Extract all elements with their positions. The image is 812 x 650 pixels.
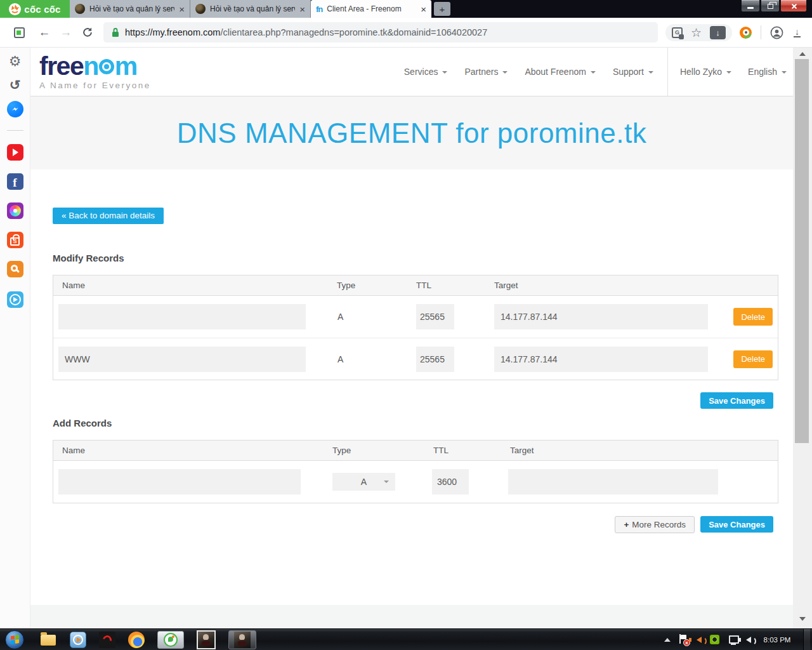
taskbar-clock[interactable]: 8:03 PM <box>759 636 795 644</box>
more-records-button[interactable]: +More Records <box>615 516 695 533</box>
new-record-target-input[interactable] <box>508 469 718 494</box>
close-icon <box>790 3 797 10</box>
record-target-input[interactable] <box>494 347 708 372</box>
delete-record-button[interactable]: Delete <box>733 308 773 326</box>
restore-button[interactable] <box>761 0 780 12</box>
nvidia-icon[interactable] <box>710 635 719 644</box>
bookmark-star-icon[interactable]: ☆ <box>691 27 702 39</box>
tab-close-icon[interactable]: × <box>421 4 426 14</box>
start-button[interactable] <box>5 630 24 649</box>
taskbar-game-icon-2[interactable] <box>228 630 256 649</box>
new-tab-button[interactable]: + <box>434 2 450 16</box>
forum-favicon <box>195 4 206 14</box>
taskbar-coccoc-active[interactable] <box>157 631 184 649</box>
chevron-down-icon <box>726 71 731 74</box>
reload-button[interactable] <box>77 27 98 38</box>
taskbar-explorer-icon[interactable] <box>41 632 57 648</box>
url-text: https://my.freenom.com/clientarea.php?ma… <box>125 27 487 37</box>
language-menu[interactable]: English <box>748 67 787 77</box>
col-name: Name <box>62 281 337 290</box>
table-header: Name Type TTL Target <box>53 441 778 461</box>
freenom-page: freenm A Name for Everyone Services Part… <box>30 48 793 628</box>
table-row: A <box>53 461 778 503</box>
hero-banner: DNS MANAGEMENT for poromine.tk <box>30 96 793 169</box>
nav-services[interactable]: Services <box>404 67 448 77</box>
modify-records-table: Name Type TTL Target A Delete A <box>53 275 778 380</box>
sidebar-toggle-icon[interactable] <box>14 27 25 38</box>
window-controls <box>740 0 807 12</box>
new-record-name-input[interactable] <box>58 469 301 494</box>
youtube-icon[interactable] <box>7 144 23 161</box>
user-menu[interactable]: Hello Zyko <box>680 67 731 77</box>
table-row: A Delete <box>53 338 778 380</box>
save-changes-button[interactable]: Save Changes <box>700 516 773 533</box>
record-ttl-input[interactable] <box>416 304 454 329</box>
padlock-icon <box>112 27 119 37</box>
new-record-ttl-input[interactable] <box>432 469 469 494</box>
volume-icon[interactable] <box>746 637 751 643</box>
tab-forum-1[interactable]: Hỏi về tạo và quản lý serv × <box>70 0 190 18</box>
record-name-input[interactable] <box>58 304 306 329</box>
delete-record-button[interactable]: Delete <box>733 350 773 368</box>
nav-partners[interactable]: Partners <box>464 67 508 77</box>
forward-nav-button[interactable]: → <box>55 25 77 39</box>
nav-support[interactable]: Support <box>613 67 653 77</box>
tab-title: Hỏi về tạo và quản lý serv <box>89 4 174 13</box>
add-records-table: Name Type TTL Target A <box>53 440 778 503</box>
col-ttl: TTL <box>433 446 510 455</box>
taskbar-media-player-icon[interactable] <box>70 632 86 648</box>
network-icon[interactable] <box>728 635 738 645</box>
minimize-button[interactable] <box>741 0 760 12</box>
profile-avatar-icon[interactable] <box>770 26 783 39</box>
scrollbar-up-arrow[interactable] <box>799 52 806 56</box>
settings-gear-icon[interactable]: ⚙ <box>9 55 22 69</box>
coccoc-brand[interactable]: cốc cốc <box>0 0 70 18</box>
search-icon[interactable] <box>7 261 23 277</box>
tab-forum-2[interactable]: Hỏi về tạo và quản lý serv × <box>190 0 311 18</box>
downloads-icon[interactable]: ↓ <box>794 28 801 37</box>
tab-freenom-active[interactable]: fn Client Area - Freenom × <box>311 0 431 18</box>
plus-icon: + <box>624 520 629 529</box>
taskbar-firefox-icon[interactable] <box>128 632 145 648</box>
browser-tab-bar: cốc cốc Hỏi về tạo và quản lý serv × Hỏi… <box>0 0 812 18</box>
scrollbar-down-arrow[interactable] <box>799 617 806 621</box>
back-to-domain-button[interactable]: « Back to domain details <box>53 208 164 224</box>
translate-icon[interactable]: G <box>672 27 683 38</box>
extension-icon[interactable] <box>740 27 752 39</box>
record-type-value: A <box>306 312 416 322</box>
record-target-input[interactable] <box>494 304 708 329</box>
record-type-select[interactable]: A <box>332 473 395 491</box>
tab-close-icon[interactable]: × <box>299 4 305 14</box>
history-icon[interactable]: ↺ <box>10 78 21 91</box>
table-row: A Delete <box>53 296 778 338</box>
hidden-icons-arrow[interactable] <box>664 638 671 642</box>
chevron-down-icon <box>442 71 447 74</box>
chevron-down-icon <box>591 71 596 74</box>
freenom-logo[interactable]: freenm A Name for Everyone <box>39 53 151 90</box>
music-disc-icon[interactable] <box>7 202 23 219</box>
taskbar-garena-icon[interactable] <box>99 632 115 648</box>
show-desktop-button[interactable] <box>803 629 810 650</box>
facebook-icon[interactable]: f <box>7 173 23 190</box>
tab-close-icon[interactable]: × <box>179 4 185 14</box>
action-center-flag-icon[interactable]: x <box>679 634 688 645</box>
taskbar-game-icon-1[interactable] <box>197 630 216 649</box>
screen: cốc cốc Hỏi về tạo và quản lý serv × Hỏi… <box>0 0 812 650</box>
nav-about-freenom[interactable]: About Freenom <box>525 67 596 77</box>
video-player-icon[interactable] <box>7 291 23 308</box>
download-bubble-button[interactable]: ↓ <box>710 26 726 39</box>
close-button[interactable] <box>780 0 807 12</box>
audio-app-icon[interactable] <box>697 637 702 643</box>
back-nav-button[interactable]: ← <box>34 25 55 39</box>
save-changes-button[interactable]: Save Changes <box>700 392 773 409</box>
record-ttl-input[interactable] <box>416 347 454 372</box>
browser-toolbar: ← → https://my.freenom.com/clientarea.ph… <box>0 18 812 48</box>
page-scrollbar[interactable] <box>793 48 812 628</box>
address-bar[interactable]: https://my.freenom.com/clientarea.php?ma… <box>103 22 658 43</box>
table-header: Name Type TTL Target <box>53 275 778 296</box>
shopee-icon[interactable]: S <box>7 232 23 248</box>
scrollbar-thumb[interactable] <box>795 59 809 443</box>
coccoc-side-rail: ⚙ ↺ f S <box>0 48 30 628</box>
messenger-icon[interactable] <box>7 101 23 117</box>
record-name-input[interactable] <box>58 347 306 372</box>
